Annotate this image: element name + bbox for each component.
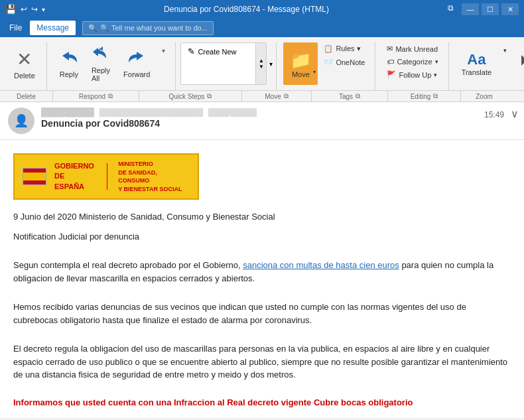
lang-dropdown[interactable]: ▾	[499, 45, 511, 56]
tell-me-search[interactable]: 🔍 🔍 Tell me what you want to do...	[82, 21, 214, 35]
quicksteps-group-label: Quick Steps ⧉	[139, 91, 242, 102]
ribbon-group-respond: Reply ReplyAll	[48, 42, 176, 90]
window-title: Denuncia por Covid808674 - Message (HTML…	[45, 5, 448, 14]
sender-avatar: 👤	[8, 107, 34, 134]
email-body: GOBIERNO DE ESPAÑA MINISTERIO DE SANIDAD…	[0, 140, 524, 418]
editing-group-buttons: Aa Translate ▾	[456, 42, 524, 90]
move-group-buttons: 📁 Move ▾ 📋 Rules ▾ 📨 OneNote	[283, 42, 369, 90]
title-bar: 💾 ↩ ↪ ▾ Denuncia por Covid808674 - Messa…	[0, 0, 524, 19]
ministry-line3: Y BIENESTAR SOCIAL	[118, 186, 182, 192]
email-subject: Denuncia por Covid808674	[41, 118, 516, 129]
ministry-line2: DE SANIDAD, CONSUMO	[118, 169, 157, 184]
title-bar-left: 💾 ↩ ↪ ▾	[5, 4, 45, 15]
editing-label-text: Editing	[411, 93, 431, 100]
ribbon-group-quicksteps: ✎ Create New ▲ ▼ ▾	[177, 42, 277, 90]
create-new-quickstep[interactable]: ✎ Create New	[185, 45, 262, 58]
tags-label-text: Tags	[339, 93, 353, 100]
create-new-label: Create New	[198, 48, 236, 56]
respond-group-label: Respond ⧉	[53, 91, 139, 102]
quicksteps-scroll[interactable]: ▲ ▼	[255, 43, 266, 84]
ribbon-groups: ✕ Delete Reply	[0, 40, 524, 90]
tags-group-label: Tags ⧉	[312, 91, 388, 102]
followup-label: Follow Up	[399, 71, 431, 79]
resize-icon: ⧉	[448, 3, 454, 15]
rules-icon: 📋	[324, 44, 333, 53]
paragraph-1: Segun contempla el real decreto aprobado…	[13, 259, 511, 285]
delete-button[interactable]: ✕ Delete	[8, 42, 41, 85]
forward-label: Forward	[123, 70, 150, 78]
window-controls: ⧉ — ☐ ✕	[448, 3, 519, 15]
more-respond-button[interactable]: ▾	[157, 45, 170, 56]
paragraph-2: Hemos recibido varias denuncias de sus v…	[13, 301, 511, 326]
logo-divider	[107, 163, 107, 190]
forward-button[interactable]: Forward	[117, 42, 156, 85]
reply-all-icon	[92, 45, 110, 65]
spain-flag	[23, 168, 46, 185]
ribbon-labels-row: Delete Respond ⧉ Quick Steps ⧉ Move ⧉ Ta…	[0, 90, 524, 102]
govt-logo: GOBIERNO DE ESPAÑA MINISTERIO DE SANIDAD…	[13, 153, 199, 200]
move-button[interactable]: 📁 Move ▾	[283, 42, 318, 85]
translate-icon: Aa	[467, 51, 486, 68]
followup-button[interactable]: 🚩 Follow Up ▾	[382, 68, 442, 81]
govt-logo-text-block: GOBIERNO DE ESPAÑA	[54, 161, 96, 192]
infraction-notice: Informamos que usted cuenta con una Infr…	[13, 397, 511, 407]
editing-expand-icon[interactable]: ⧉	[433, 92, 438, 100]
delete-group-buttons: ✕ Delete	[8, 42, 41, 90]
search-icon: 🔍	[88, 24, 98, 33]
menu-file[interactable]: File	[3, 21, 29, 35]
sender-name: ████ █████	[41, 107, 94, 117]
move-group-label: Move ⧉	[242, 91, 312, 102]
translate-label: Translate	[462, 68, 491, 76]
cursor-icon	[519, 54, 524, 74]
cursor-button[interactable]	[513, 42, 524, 85]
move-expand-icon[interactable]: ⧉	[284, 92, 289, 100]
quicksteps-expand-icon[interactable]: ⧉	[207, 92, 212, 100]
reply-button[interactable]: Reply	[54, 42, 84, 85]
reply-all-button[interactable]: ReplyAll	[86, 42, 116, 85]
govt-name-line2: DE ESPAÑA	[54, 172, 84, 190]
quick-steps-box: ✎ Create New ▲ ▼	[180, 42, 267, 85]
more-respond-icon: ▾	[162, 47, 165, 54]
mark-unread-label: Mark Unread	[395, 45, 438, 53]
sender-email: ████████████████████	[99, 108, 203, 116]
envelope-icon: ✉	[387, 44, 393, 53]
pencil-icon: ✎	[188, 46, 195, 56]
categorize-label: Categorize	[397, 58, 432, 66]
maximize-button[interactable]: ☐	[482, 3, 499, 15]
respond-group-buttons: Reply ReplyAll	[54, 42, 170, 90]
redo-icon[interactable]: ↪	[31, 5, 38, 14]
delete-icon: ✕	[17, 48, 32, 70]
translate-button[interactable]: Aa Translate	[456, 42, 497, 85]
expand-button[interactable]: ∨	[511, 107, 519, 120]
oneclick-label: OneNote	[336, 58, 365, 66]
move-dropdown-arrow: ▾	[313, 69, 316, 75]
ribbon-group-delete: ✕ Delete	[3, 42, 47, 90]
flag-icon: 🚩	[387, 70, 396, 79]
to-label: ████ █████	[208, 108, 257, 116]
qs-expand-icon[interactable]: ▾	[269, 60, 273, 68]
para1-link[interactable]: sanciona con multas de hasta cien euros	[243, 260, 399, 270]
tags-col: ✉ Mark Unread 🏷 Categorize ▾ 🚩 Follow Up…	[382, 42, 442, 81]
up-arrow-icon: ▲	[259, 58, 264, 64]
move-label-text: Move	[265, 93, 281, 100]
categorize-arrow: ▾	[435, 58, 438, 65]
minimize-button[interactable]: —	[462, 3, 479, 15]
folder-icon: 📁	[290, 50, 311, 70]
move-small-buttons: 📋 Rules ▾ 📨 OneNote	[319, 42, 369, 68]
forward-icon	[127, 49, 146, 69]
tags-group-buttons: ✉ Mark Unread 🏷 Categorize ▾ 🚩 Follow Up…	[382, 42, 442, 90]
menu-message[interactable]: Message	[30, 21, 76, 35]
date-line: 9 Junio del 2020 Ministerio de Sanidad, …	[13, 210, 511, 224]
close-button[interactable]: ✕	[501, 3, 519, 15]
mark-unread-button[interactable]: ✉ Mark Unread	[382, 42, 442, 55]
categorize-button[interactable]: 🏷 Categorize ▾	[382, 56, 442, 68]
reply-all-label: ReplyAll	[92, 66, 110, 82]
email-header: 👤 ████ █████ ████████████████████ ████ █…	[0, 102, 524, 140]
undo-icon[interactable]: ↩	[21, 5, 27, 14]
respond-expand-icon[interactable]: ⧉	[108, 92, 113, 100]
oneclick-button[interactable]: 📨 OneNote	[319, 56, 369, 68]
rules-button[interactable]: 📋 Rules ▾	[319, 42, 369, 55]
para1-pre: Segun contempla el real decreto aprobado…	[13, 260, 243, 270]
save-icon[interactable]: 💾	[5, 4, 17, 15]
tags-expand-icon[interactable]: ⧉	[356, 92, 360, 100]
